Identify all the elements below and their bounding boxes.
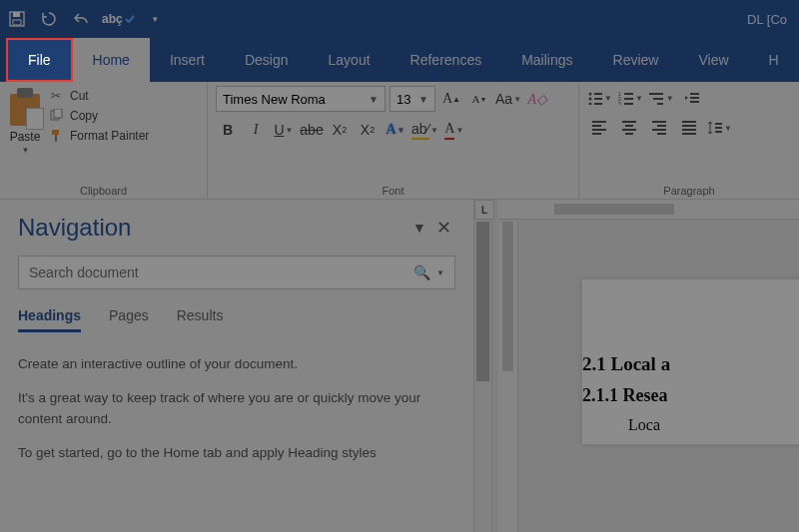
nav-tab-results[interactable]: Results bbox=[177, 307, 224, 332]
spellcheck-icon[interactable]: abç bbox=[102, 8, 135, 30]
tab-mailings[interactable]: Mailings bbox=[501, 38, 592, 82]
chevron-down-icon[interactable]: ▼ bbox=[436, 268, 444, 277]
superscript-button[interactable]: X2 bbox=[356, 118, 380, 142]
tab-references[interactable]: References bbox=[391, 38, 502, 82]
svg-rect-23 bbox=[690, 97, 699, 99]
svg-rect-26 bbox=[715, 127, 722, 129]
group-label-paragraph: Paragraph bbox=[587, 182, 791, 199]
clear-formatting-button[interactable]: A◇ bbox=[525, 87, 549, 111]
scissors-icon: ✂ bbox=[48, 88, 64, 104]
navigation-help-text: Create an interactive outline of your do… bbox=[18, 354, 455, 463]
grow-font-button[interactable]: A▲ bbox=[439, 87, 463, 111]
multilevel-list-button[interactable]: ▼ bbox=[649, 86, 674, 110]
copy-button[interactable]: Copy bbox=[48, 108, 149, 124]
svg-rect-10 bbox=[594, 98, 602, 100]
svg-rect-6 bbox=[55, 135, 57, 142]
svg-rect-8 bbox=[594, 93, 602, 95]
document-page[interactable]: 2.1 Local a 2.1.1 Resea Loca bbox=[582, 279, 799, 444]
group-label-font: Font bbox=[216, 182, 570, 199]
chevron-down-icon: ▼ bbox=[418, 94, 428, 105]
tab-view[interactable]: View bbox=[678, 38, 748, 82]
save-icon[interactable] bbox=[6, 8, 28, 30]
format-painter-button[interactable]: Format Painter bbox=[48, 128, 149, 144]
close-icon[interactable]: ✕ bbox=[431, 217, 455, 239]
svg-rect-16 bbox=[624, 98, 633, 100]
qat-customize-icon[interactable]: ▾ bbox=[145, 8, 167, 30]
highlight-button[interactable]: ab⁄▼ bbox=[411, 118, 438, 142]
tab-selector[interactable]: L bbox=[474, 200, 494, 220]
svg-rect-2 bbox=[13, 20, 21, 25]
subscript-button[interactable]: X2 bbox=[328, 118, 352, 142]
underline-button[interactable]: U▼ bbox=[272, 118, 296, 142]
align-right-button[interactable] bbox=[647, 116, 671, 140]
svg-rect-25 bbox=[715, 123, 722, 125]
document-area: L 2.1 Local a 2.1.1 Resea Loca bbox=[474, 200, 799, 532]
nav-menu-icon[interactable]: ▼ bbox=[407, 220, 431, 236]
tab-home[interactable]: Home bbox=[73, 38, 150, 82]
align-left-button[interactable] bbox=[587, 116, 611, 140]
group-clipboard: Paste ▼ ✂ Cut Copy Form bbox=[0, 82, 208, 199]
bold-button[interactable]: B bbox=[216, 118, 240, 142]
justify-button[interactable] bbox=[677, 116, 701, 140]
svg-point-7 bbox=[589, 93, 592, 96]
tab-more[interactable]: H bbox=[749, 38, 799, 82]
cut-button[interactable]: ✂ Cut bbox=[48, 88, 149, 104]
horizontal-ruler[interactable] bbox=[498, 200, 799, 220]
nav-tab-pages[interactable]: Pages bbox=[109, 307, 149, 332]
undo-icon[interactable] bbox=[70, 8, 92, 30]
title-bar: abç ▾ DL [Co bbox=[0, 0, 799, 38]
svg-rect-5 bbox=[52, 130, 59, 135]
search-icon[interactable]: 🔍 bbox=[413, 265, 430, 280]
svg-rect-14 bbox=[624, 93, 633, 95]
tab-design[interactable]: Design bbox=[225, 38, 309, 82]
svg-rect-18 bbox=[624, 103, 633, 105]
nav-help-line: To get started, go to the Home tab and a… bbox=[18, 443, 455, 463]
decrease-indent-button[interactable] bbox=[680, 86, 704, 110]
svg-rect-12 bbox=[594, 103, 602, 105]
quick-access-toolbar: abç ▾ bbox=[6, 8, 167, 30]
paste-button[interactable]: Paste ▼ bbox=[8, 86, 42, 155]
doc-heading-3: 2.1.1 Resea bbox=[582, 385, 799, 406]
scrollbar-thumb[interactable] bbox=[476, 222, 489, 381]
font-name-value: Times New Roma bbox=[223, 92, 326, 107]
group-paragraph: ▼ 123▼ ▼ ▼ Paragraph bbox=[579, 82, 799, 199]
doc-heading-2: 2.1 Local a bbox=[582, 353, 799, 375]
svg-point-11 bbox=[589, 103, 592, 106]
search-field[interactable] bbox=[29, 265, 413, 280]
font-color-button[interactable]: A▼ bbox=[442, 118, 466, 142]
align-center-button[interactable] bbox=[617, 116, 641, 140]
doc-body-line: Loca bbox=[582, 416, 799, 434]
search-input[interactable]: 🔍 ▼ bbox=[18, 256, 455, 289]
chevron-down-icon: ▼ bbox=[22, 146, 30, 155]
navigation-tabs: Headings Pages Results bbox=[18, 307, 455, 332]
tab-insert[interactable]: Insert bbox=[150, 38, 225, 82]
nav-tab-headings[interactable]: Headings bbox=[18, 307, 81, 332]
vertical-scrollbar[interactable] bbox=[474, 222, 492, 532]
text-effects-button[interactable]: A▼ bbox=[384, 118, 407, 142]
repeat-icon[interactable] bbox=[38, 8, 60, 30]
strikethrough-button[interactable]: abe bbox=[300, 118, 324, 142]
svg-rect-22 bbox=[690, 93, 699, 95]
vertical-ruler[interactable] bbox=[498, 222, 518, 532]
italic-button[interactable]: I bbox=[244, 118, 268, 142]
numbering-button[interactable]: 123▼ bbox=[618, 86, 643, 110]
font-name-combo[interactable]: Times New Roma▼ bbox=[216, 86, 386, 112]
bullets-button[interactable]: ▼ bbox=[587, 86, 612, 110]
tab-layout[interactable]: Layout bbox=[309, 38, 391, 82]
shrink-font-button[interactable]: A▼ bbox=[467, 87, 491, 111]
group-font: Times New Roma▼ 13▼ A▲ A▼ Aa▼ A◇ B I U▼ … bbox=[208, 82, 579, 199]
paste-icon bbox=[8, 88, 42, 128]
tab-review[interactable]: Review bbox=[593, 38, 679, 82]
change-case-button[interactable]: Aa▼ bbox=[495, 87, 521, 111]
chevron-down-icon: ▼ bbox=[369, 94, 379, 105]
font-size-combo[interactable]: 13▼ bbox=[390, 86, 435, 112]
tab-file[interactable]: File bbox=[6, 38, 73, 82]
paintbrush-icon bbox=[48, 128, 64, 144]
svg-point-9 bbox=[589, 98, 592, 101]
copy-icon bbox=[48, 108, 64, 124]
line-spacing-button[interactable]: ▼ bbox=[707, 116, 732, 140]
format-painter-label: Format Painter bbox=[70, 129, 149, 143]
ribbon-tabs: File Home Insert Design Layout Reference… bbox=[0, 38, 799, 82]
group-label-clipboard: Clipboard bbox=[8, 182, 199, 199]
navigation-title: Navigation bbox=[18, 214, 407, 242]
